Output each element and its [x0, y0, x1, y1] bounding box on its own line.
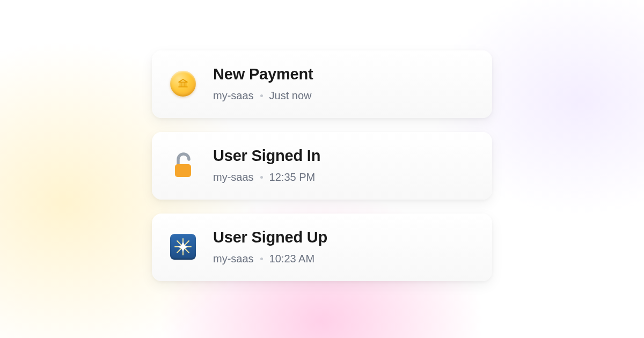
- notification-feed: New Payment my-saas Just now User Signed…: [152, 50, 492, 281]
- notification-title: User Signed Up: [213, 229, 327, 246]
- notification-card[interactable]: User Signed Up my-saas 10:23 AM: [152, 214, 492, 281]
- svg-rect-0: [175, 164, 191, 177]
- notification-card[interactable]: New Payment my-saas Just now: [152, 50, 492, 118]
- notification-title: New Payment: [213, 65, 313, 83]
- project-name: my-saas: [213, 171, 254, 183]
- notification-body: User Signed Up my-saas 10:23 AM: [213, 229, 327, 265]
- notification-time: 12:35 PM: [269, 171, 316, 183]
- notification-card[interactable]: User Signed In my-saas 12:35 PM: [152, 132, 492, 200]
- separator-dot: [260, 176, 263, 179]
- unlocked-lock-icon: [169, 151, 197, 179]
- sparkle-star-icon: [169, 233, 197, 261]
- notification-time: 10:23 AM: [269, 253, 315, 265]
- coin-bank-icon: [169, 70, 197, 98]
- notification-meta: my-saas 10:23 AM: [213, 253, 327, 265]
- notification-body: New Payment my-saas Just now: [213, 65, 313, 102]
- notification-title: User Signed In: [213, 147, 320, 165]
- project-name: my-saas: [213, 90, 254, 102]
- separator-dot: [260, 94, 263, 97]
- project-name: my-saas: [213, 253, 254, 265]
- notification-meta: my-saas 12:35 PM: [213, 171, 320, 183]
- notification-body: User Signed In my-saas 12:35 PM: [213, 147, 320, 183]
- notification-meta: my-saas Just now: [213, 90, 313, 102]
- separator-dot: [260, 258, 263, 260]
- notification-time: Just now: [269, 90, 312, 102]
